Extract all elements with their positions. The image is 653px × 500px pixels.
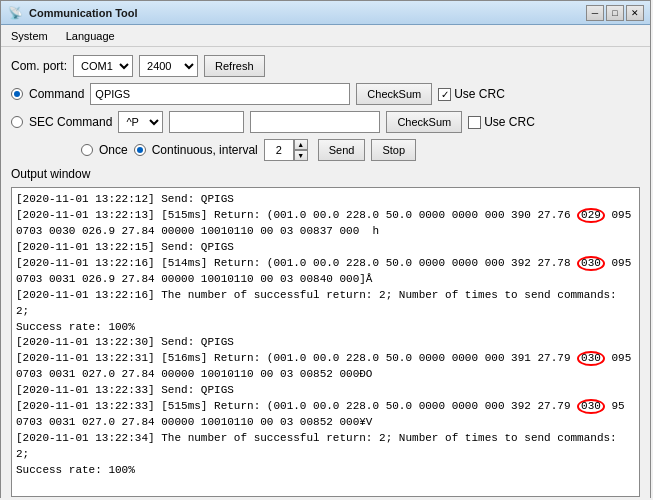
minimize-button[interactable]: ─ bbox=[586, 5, 604, 21]
title-bar: 📡 Communication Tool ─ □ ✕ bbox=[1, 1, 650, 25]
maximize-button[interactable]: □ bbox=[606, 5, 624, 21]
once-label: Once bbox=[99, 143, 128, 157]
command-row: Command CheckSum Use CRC bbox=[11, 83, 640, 105]
output-line-11: [2020-11-01 13:22:34] The number of succ… bbox=[16, 431, 635, 463]
output-line-9: [2020-11-01 13:22:33] Send: QPIGS bbox=[16, 383, 635, 399]
output-section: Output window [2020-11-01 13:22:12] Send… bbox=[11, 167, 640, 497]
command-checksum-button[interactable]: CheckSum bbox=[356, 83, 432, 105]
command-input[interactable] bbox=[90, 83, 350, 105]
spin-down-button[interactable]: ▼ bbox=[294, 150, 308, 161]
refresh-button[interactable]: Refresh bbox=[204, 55, 265, 77]
main-window: 📡 Communication Tool ─ □ ✕ System Langua… bbox=[0, 0, 651, 498]
use-crc-area: Use CRC bbox=[438, 87, 505, 101]
output-line-6: Success rate: 100% bbox=[16, 320, 635, 336]
menu-system[interactable]: System bbox=[7, 28, 52, 44]
command-label: Command bbox=[29, 87, 84, 101]
sec-command-input2[interactable] bbox=[250, 111, 380, 133]
output-line-3: [2020-11-01 13:22:15] Send: QPIGS bbox=[16, 240, 635, 256]
send-row: Once Continuous, interval ▲ ▼ Send Stop bbox=[11, 139, 640, 161]
output-line-8: [2020-11-01 13:22:31] [516ms] Return: (0… bbox=[16, 351, 635, 383]
interval-input[interactable] bbox=[264, 139, 294, 161]
output-line-12: Success rate: 100% bbox=[16, 463, 635, 479]
output-line-2: [2020-11-01 13:22:13] [515ms] Return: (0… bbox=[16, 208, 635, 240]
interval-input-group: ▲ ▼ bbox=[264, 139, 308, 161]
window-title: Communication Tool bbox=[29, 7, 586, 19]
spin-buttons: ▲ ▼ bbox=[294, 139, 308, 161]
send-button[interactable]: Send bbox=[318, 139, 366, 161]
baud-rate-select[interactable]: 2400 9600 19200 bbox=[139, 55, 198, 77]
close-button[interactable]: ✕ bbox=[626, 5, 644, 21]
continuous-radio[interactable] bbox=[134, 144, 146, 156]
highlight-029: 029 bbox=[577, 208, 605, 223]
sec-use-crc-label: Use CRC bbox=[484, 115, 535, 129]
sec-command-radio[interactable] bbox=[11, 116, 23, 128]
main-content: Com. port: COM1 COM2 COM3 2400 9600 1920… bbox=[1, 47, 650, 500]
sec-command-label: SEC Command bbox=[29, 115, 112, 129]
menu-language[interactable]: Language bbox=[62, 28, 119, 44]
output-line-7: [2020-11-01 13:22:30] Send: QPIGS bbox=[16, 335, 635, 351]
output-label: Output window bbox=[11, 167, 90, 181]
highlight-030c: 030 bbox=[577, 399, 605, 414]
highlight-030b: 030 bbox=[577, 351, 605, 366]
output-line-4: [2020-11-01 13:22:16] [514ms] Return: (0… bbox=[16, 256, 635, 288]
output-line-10: [2020-11-01 13:22:33] [515ms] Return: (0… bbox=[16, 399, 635, 431]
command-radio[interactable] bbox=[11, 88, 23, 100]
sec-command-select[interactable]: ^P bbox=[118, 111, 163, 133]
com-port-label: Com. port: bbox=[11, 59, 67, 73]
window-controls: ─ □ ✕ bbox=[586, 5, 644, 21]
sec-use-crc-area: Use CRC bbox=[468, 115, 535, 129]
output-line-1: [2020-11-01 13:22:12] Send: QPIGS bbox=[16, 192, 635, 208]
once-radio[interactable] bbox=[81, 144, 93, 156]
sec-command-input1[interactable] bbox=[169, 111, 244, 133]
stop-button[interactable]: Stop bbox=[371, 139, 416, 161]
continuous-label: Continuous, interval bbox=[152, 143, 258, 157]
com-port-row: Com. port: COM1 COM2 COM3 2400 9600 1920… bbox=[11, 55, 640, 77]
app-icon: 📡 bbox=[7, 5, 23, 21]
use-crc-label: Use CRC bbox=[454, 87, 505, 101]
spin-up-button[interactable]: ▲ bbox=[294, 139, 308, 150]
output-window[interactable]: [2020-11-01 13:22:12] Send: QPIGS [2020-… bbox=[11, 187, 640, 497]
output-line-5: [2020-11-01 13:22:16] The number of succ… bbox=[16, 288, 635, 320]
com-port-select[interactable]: COM1 COM2 COM3 bbox=[73, 55, 133, 77]
highlight-030a: 030 bbox=[577, 256, 605, 271]
menu-bar: System Language bbox=[1, 25, 650, 47]
sec-use-crc-checkbox[interactable] bbox=[468, 116, 481, 129]
sec-checksum-button[interactable]: CheckSum bbox=[386, 111, 462, 133]
sec-command-row: SEC Command ^P CheckSum Use CRC bbox=[11, 111, 640, 133]
use-crc-checkbox[interactable] bbox=[438, 88, 451, 101]
